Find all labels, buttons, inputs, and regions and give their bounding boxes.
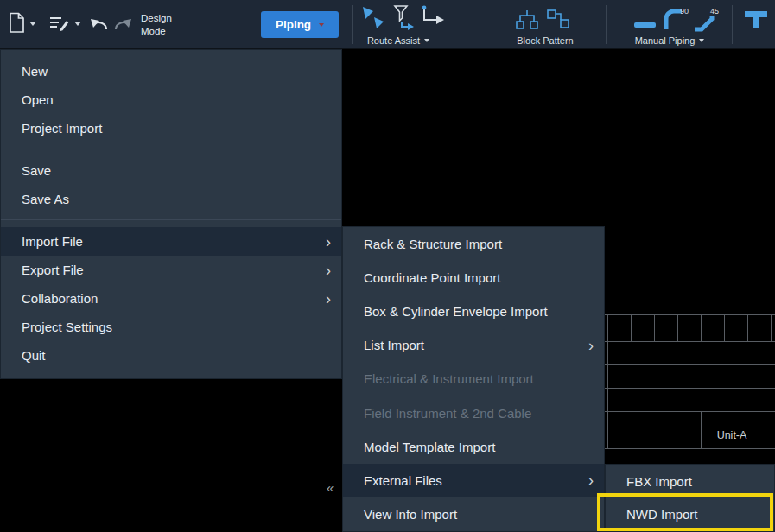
redo-button[interactable] (112, 16, 133, 35)
block-pattern-button-1[interactable] (515, 8, 539, 35)
grid-line-v (771, 314, 772, 341)
menu-item-model-template-import[interactable]: Model Template Import (343, 430, 604, 464)
manual-piping-group-label[interactable]: Manual Piping (615, 35, 724, 46)
grid-line-v (654, 314, 655, 341)
file-menu: New Open Project Import Save Save As Imp… (0, 49, 342, 379)
grid-line-h (605, 364, 775, 365)
tee-pipe-icon (743, 9, 769, 35)
elbow-90-button[interactable]: 90 (662, 5, 689, 35)
chevron-down-icon (699, 39, 704, 42)
menu-item-label: Quit (22, 348, 46, 363)
undo-button[interactable] (89, 16, 110, 35)
grid-line-v (724, 314, 725, 341)
submenu-arrow-icon: › (588, 472, 594, 488)
panel-collapse-chevron[interactable]: « (327, 480, 334, 495)
route-assist-group-label[interactable]: Route Assist (350, 35, 447, 46)
toolbar-separator (606, 5, 607, 44)
menu-item-label: Project Settings (22, 320, 112, 334)
menu-item-label: Project Import (22, 121, 102, 136)
menu-item-label: List Import (364, 338, 424, 352)
menu-item-label: Import File (22, 234, 83, 249)
menu-item-label: Collaboration (22, 291, 98, 306)
design-mode-button[interactable]: Design Mode (141, 12, 187, 38)
grid-line-v (631, 314, 632, 341)
submenu-arrow-icon: › (326, 291, 331, 307)
menu-item-view-info-import[interactable]: View Info Import (343, 497, 604, 531)
menu-item-electrical-instrument-import: Electrical & Instrument Import (343, 362, 604, 396)
chevron-down-icon (424, 39, 429, 42)
grid-line-h (605, 341, 775, 342)
menu-item-coordinate-point-import[interactable]: Coordinate Point Import (343, 261, 604, 294)
elbow-45-button[interactable]: 45 (692, 5, 719, 35)
menu-item-label: Coordinate Point Import (364, 270, 500, 285)
menu-item-box-cylinder-envelope-import[interactable]: Box & Cylinder Envelope Import (343, 294, 604, 328)
menu-item-list-import[interactable]: List Import › (343, 328, 604, 362)
elbow-45-icon: 45 (692, 5, 719, 35)
menu-item-label: New (22, 64, 48, 79)
menu-item-save-as[interactable]: Save As (1, 185, 341, 213)
menu-item-label: Electrical & Instrument Import (364, 371, 534, 386)
route-funnel-icon (389, 4, 415, 34)
grid-line-v (677, 314, 678, 341)
chevron-down-icon (319, 23, 324, 27)
menu-item-new[interactable]: New (1, 57, 341, 86)
chevron-down-icon (74, 22, 81, 26)
edit-list-icon (48, 15, 70, 36)
menu-item-label: Model Template Import (364, 440, 495, 454)
svg-text:90: 90 (680, 7, 689, 16)
menu-separator (1, 219, 341, 220)
menu-item-project-import[interactable]: Project Import (1, 114, 341, 142)
undo-icon (89, 16, 110, 35)
menu-item-project-settings[interactable]: Project Settings (1, 313, 341, 341)
block-pattern-button-2[interactable] (546, 8, 570, 35)
menu-item-label: FBX Import (626, 474, 692, 489)
route-assist-auto-button[interactable] (360, 4, 386, 34)
block-link-icon (546, 8, 570, 35)
grid-line-v (701, 314, 702, 341)
new-file-dropdown[interactable] (29, 22, 36, 26)
menu-item-label: Box & Cylinder Envelope Import (364, 304, 548, 319)
menu-item-label: Field Instrument & 2nd Cable (364, 406, 531, 421)
menu-item-rack-structure-import[interactable]: Rack & Structure Import (343, 227, 604, 261)
submenu-arrow-icon: › (326, 263, 331, 278)
menu-item-open[interactable]: Open (1, 86, 341, 114)
route-assist-filter-button[interactable] (389, 4, 415, 34)
toolbar-separator (732, 5, 733, 44)
route-path-icon (420, 4, 446, 34)
unit-area-label: Unit-A (701, 429, 763, 441)
menu-item-field-instrument-2nd-cable: Field Instrument & 2nd Cable (343, 396, 604, 430)
piping-mode-button[interactable]: Piping (261, 11, 339, 38)
edit-list-dropdown[interactable] (74, 22, 81, 26)
app-window: Unit-A « (0, 0, 775, 532)
import-file-submenu: Rack & Structure Import Coordinate Point… (342, 226, 605, 532)
submenu-arrow-icon: › (326, 234, 331, 250)
new-file-button[interactable] (9, 12, 25, 37)
straight-pipe-button[interactable] (633, 17, 657, 33)
straight-pipe-icon (633, 17, 657, 33)
route-assist-path-button[interactable] (420, 4, 446, 34)
grid-line-h (605, 388, 775, 389)
menu-item-export-file[interactable]: Export File › (1, 256, 341, 284)
menu-item-import-file[interactable]: Import File › (1, 227, 341, 256)
chevron-down-icon (29, 22, 36, 26)
nwd-import-highlight-annotation (597, 493, 773, 531)
grid-line-v (607, 314, 608, 448)
menu-item-label: Open (22, 92, 54, 107)
route-arrow-icon (360, 4, 386, 34)
block-nodes-icon (515, 8, 539, 35)
menu-item-label: Export File (22, 263, 84, 277)
tee-pipe-button[interactable] (743, 9, 769, 35)
menu-item-label: Rack & Structure Import (364, 237, 502, 251)
redo-icon (112, 16, 133, 35)
edit-list-button[interactable] (48, 15, 70, 36)
grid-line-v (747, 314, 748, 341)
grid-line-h (605, 448, 775, 449)
menu-item-label: View Info Import (364, 507, 457, 522)
menu-item-save[interactable]: Save (1, 156, 341, 185)
menu-item-external-files[interactable]: External Files › (343, 464, 604, 497)
block-pattern-group-label: Block Pattern (499, 35, 591, 46)
menu-item-label: Save (22, 163, 51, 178)
menu-item-quit[interactable]: Quit (1, 341, 341, 370)
menu-item-collaboration[interactable]: Collaboration › (1, 284, 341, 313)
main-toolbar: Design Mode Piping (0, 0, 775, 49)
